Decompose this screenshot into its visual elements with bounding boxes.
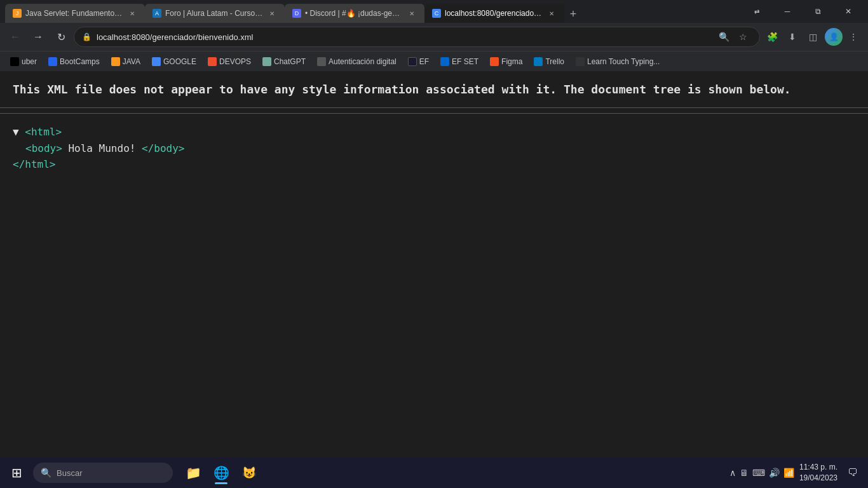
bookmark-google[interactable]: GOOGLE <box>147 56 201 67</box>
tab-discord[interactable]: D • Discord | #🔥 ¡dudas-generales... ✕ <box>285 4 424 23</box>
bookmark-label-trello: Trello <box>545 57 564 66</box>
tab-close-alura[interactable]: ✕ <box>267 8 277 18</box>
bookmark-star-icon[interactable]: ☆ <box>734 28 752 46</box>
taskbar-network-icon[interactable]: 📶 <box>783 468 794 478</box>
bookmark-label-autenticacion: Autenticación digital <box>329 57 397 66</box>
xml-html-open: <html> <box>25 126 62 138</box>
tab-alura[interactable]: A Foro | Alura Latam - Cursos onlin... ✕ <box>145 4 285 23</box>
bookmark-label-uber: uber <box>22 57 37 66</box>
xml-html-close: </html> <box>13 158 55 170</box>
refresh-button[interactable]: ↻ <box>51 27 71 47</box>
bookmark-java[interactable]: JAVA <box>106 56 146 67</box>
download-icon[interactable]: ⬇ <box>783 27 802 46</box>
bookmark-label-java: JAVA <box>123 57 140 66</box>
tab-localhost[interactable]: C localhost:8080/gerenciador/bien... ✕ <box>424 4 564 23</box>
taskbar-keyboard-icon[interactable]: ⌨ <box>752 468 765 478</box>
bookmark-label-devops: DEVOPS <box>219 57 251 66</box>
bookmark-autenticacion[interactable]: Autenticación digital <box>312 56 402 67</box>
address-bar[interactable]: 🔒 🔍 ☆ <box>74 27 760 47</box>
taskbar-date: 19/04/2023 <box>799 473 837 484</box>
profile-icon-btn[interactable]: ⇄ <box>742 2 771 21</box>
taskbar: ⊞ 🔍 Buscar 📁 🌐 😺 ∧ 🖥 ⌨ 🔊 📶 11:43 p. m. 1… <box>0 458 868 488</box>
xml-body-open: <body> <box>25 142 62 154</box>
bookmark-bootcamps[interactable]: BootCamps <box>43 56 105 67</box>
menu-icon[interactable]: ⋮ <box>844 27 863 46</box>
bookmark-favicon-learntouch <box>576 57 585 66</box>
xml-body-text: Hola Mundo! <box>62 142 142 154</box>
bookmark-figma[interactable]: Figma <box>485 56 527 67</box>
url-input[interactable] <box>97 32 710 42</box>
tab-favicon-java: J <box>13 9 22 18</box>
back-button[interactable]: ← <box>5 27 25 47</box>
taskbar-search-bar[interactable]: 🔍 Buscar <box>33 463 173 483</box>
bookmark-chatgpt[interactable]: ChatGPT <box>257 56 311 67</box>
tab-favicon-alura: A <box>153 9 161 18</box>
bookmark-favicon-java <box>111 57 120 66</box>
bookmark-favicon-google <box>152 57 161 66</box>
taskbar-system-icons: ∧ 🖥 ⌨ 🔊 📶 <box>729 468 794 478</box>
forward-button[interactable]: → <box>28 27 48 47</box>
bookmark-uber[interactable]: uber <box>5 56 42 67</box>
xml-info-text: This XML file does not appear to have an… <box>13 81 855 97</box>
tab-label-java: Java Servlet: Fundamentos de pr... <box>25 9 123 18</box>
bookmark-ef[interactable]: EF <box>403 56 434 67</box>
address-bar-actions: 🔍 ☆ <box>715 28 752 46</box>
start-button[interactable]: ⊞ <box>5 461 28 484</box>
bookmark-label-bootcamps: BootCamps <box>60 57 100 66</box>
xml-body-close: </body> <box>142 142 184 154</box>
tab-close-localhost[interactable]: ✕ <box>546 8 557 18</box>
title-bar: J Java Servlet: Fundamentos de pr... ✕ A… <box>0 0 868 23</box>
tab-favicon-discord: D <box>292 9 301 18</box>
restore-button[interactable]: ⧉ <box>803 2 832 21</box>
tab-label-alura: Foro | Alura Latam - Cursos onlin... <box>165 9 263 18</box>
bookmark-learntouch[interactable]: Learn Touch Typing... <box>571 56 665 67</box>
navigation-bar: ← → ↻ 🔒 🔍 ☆ 🧩 ⬇ ◫ 👤 ⋮ <box>0 23 868 51</box>
bookmark-trello[interactable]: Trello <box>529 56 569 67</box>
taskbar-time: 11:43 p. m. <box>799 462 837 473</box>
tab-strip: J Java Servlet: Fundamentos de pr... ✕ A… <box>5 0 737 23</box>
browser-frame: J Java Servlet: Fundamentos de pr... ✕ A… <box>0 0 868 488</box>
xml-tree: ▼ <html> <body> Hola Mundo! </body> </ht… <box>0 119 868 178</box>
taskbar-clock[interactable]: 11:43 p. m. 19/04/2023 <box>799 462 837 484</box>
tab-java[interactable]: J Java Servlet: Fundamentos de pr... ✕ <box>5 4 145 23</box>
bookmarks-bar: uber BootCamps JAVA GOOGLE DEVOPS ChatGP… <box>0 51 868 71</box>
profile-avatar[interactable]: 👤 <box>825 28 843 46</box>
tab-close-java[interactable]: ✕ <box>127 8 137 18</box>
window-controls: ⇄ ─ ⧉ ✕ <box>742 2 863 21</box>
taskbar-app-chrome[interactable]: 🌐 <box>208 460 234 485</box>
close-button[interactable]: ✕ <box>834 2 863 21</box>
bookmark-favicon-autenticacion <box>317 57 326 66</box>
bookmark-label-ef: EF <box>419 57 429 66</box>
taskbar-search-placeholder: Buscar <box>57 468 82 478</box>
bookmark-favicon-devops <box>208 57 217 66</box>
tab-close-discord[interactable]: ✕ <box>407 8 417 18</box>
bookmark-favicon-efset <box>440 57 449 66</box>
toolbar-icons: 🧩 ⬇ ◫ 👤 ⋮ <box>763 27 863 46</box>
bookmark-efset[interactable]: EF SET <box>435 56 484 67</box>
xml-html-close-line: </html> <box>13 156 855 173</box>
bookmark-favicon-chatgpt <box>262 57 271 66</box>
taskbar-apps: 📁 🌐 😺 <box>180 460 262 485</box>
tab-favicon-localhost: C <box>432 9 441 18</box>
taskbar-app-extra[interactable]: 😺 <box>236 460 262 485</box>
taskbar-notification-icon[interactable]: 🗨 <box>843 463 863 483</box>
bookmark-favicon-uber <box>10 57 19 66</box>
bookmark-label-chatgpt: ChatGPT <box>274 57 306 66</box>
bookmark-favicon-trello <box>534 57 543 66</box>
bookmark-devops[interactable]: DEVOPS <box>203 56 256 67</box>
bookmark-label-figma: Figma <box>501 57 522 66</box>
taskbar-screen-icon[interactable]: 🖥 <box>740 468 749 478</box>
xml-body-line: <body> Hola Mundo! </body> <box>13 140 855 157</box>
content-area: This XML file does not appear to have an… <box>0 71 868 488</box>
xml-info-box: This XML file does not appear to have an… <box>0 71 868 108</box>
taskbar-volume-icon[interactable]: 🔊 <box>769 468 780 478</box>
new-tab-button[interactable]: + <box>564 5 582 23</box>
taskbar-search-icon: 🔍 <box>41 468 51 478</box>
taskbar-app-fileexplorer[interactable]: 📁 <box>180 460 206 485</box>
minimize-button[interactable]: ─ <box>773 2 802 21</box>
extensions-icon[interactable]: 🧩 <box>763 27 782 46</box>
xml-toggle[interactable]: ▼ <box>13 126 19 138</box>
search-icon[interactable]: 🔍 <box>715 28 733 46</box>
taskbar-chevron-icon[interactable]: ∧ <box>729 468 736 478</box>
sidebar-toggle-icon[interactable]: ◫ <box>803 27 822 46</box>
